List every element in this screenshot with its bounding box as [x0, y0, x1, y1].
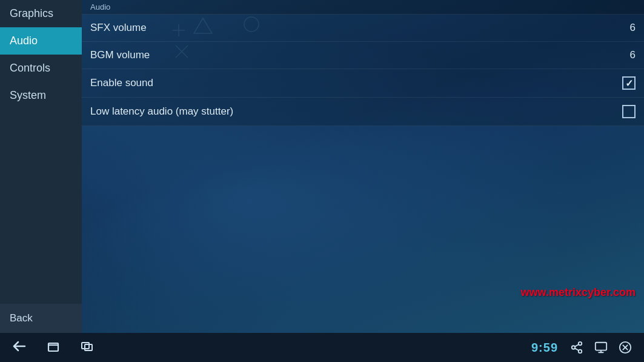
back-nav-icon[interactable] [12, 340, 27, 355]
svg-point-77 [579, 342, 582, 346]
nav-right: 9:59 [531, 341, 632, 355]
nav-action-icons [570, 341, 632, 354]
content-area: Audio SFX volume 6 BGM volume 6 Enable s… [82, 0, 644, 333]
section-header-label: Audio [90, 2, 110, 12]
enable-sound-label: Enable sound [90, 77, 153, 89]
watermark: www.metrixcyber.com [521, 286, 636, 299]
nav-bar: 9:59 [0, 333, 644, 362]
sidebar-graphics-label: Graphics [10, 7, 53, 19]
sidebar-spacer [0, 109, 82, 304]
bgm-volume-row[interactable]: BGM volume 6 [82, 42, 644, 69]
sidebar-system-label: System [10, 89, 46, 101]
low-latency-label: Low latency audio (may stutter) [90, 106, 233, 118]
bgm-volume-label: BGM volume [90, 49, 150, 61]
sidebar-audio-label: Audio [10, 35, 38, 47]
sfx-volume-label: SFX volume [90, 22, 147, 34]
sidebar-item-graphics[interactable]: Graphics [0, 0, 82, 27]
enable-sound-row[interactable]: Enable sound [82, 69, 644, 98]
nav-icons-left [12, 340, 95, 355]
svg-rect-82 [596, 343, 606, 350]
enable-sound-checkbox[interactable] [622, 76, 636, 90]
main-area: Graphics Audio Controls System Back [0, 0, 644, 333]
watermark-text: www.metrixcyber.com [521, 286, 636, 298]
home-nav-icon[interactable] [46, 340, 61, 355]
share-icon[interactable] [570, 341, 583, 354]
settings-panel: Audio SFX volume 6 BGM volume 6 Enable s… [82, 0, 644, 333]
svg-line-80 [575, 348, 579, 350]
sidebar-item-system[interactable]: System [0, 82, 82, 109]
sfx-volume-value: 6 [621, 22, 636, 34]
back-button[interactable]: Back [0, 304, 82, 333]
svg-line-81 [575, 344, 579, 347]
section-header: Audio [82, 0, 644, 15]
recents-nav-icon[interactable] [80, 340, 95, 355]
sidebar-controls-label: Controls [10, 62, 50, 74]
back-label: Back [10, 312, 33, 324]
sidebar-item-audio[interactable]: Audio [0, 27, 82, 55]
display-icon[interactable] [594, 341, 608, 354]
bgm-volume-value: 6 [621, 49, 636, 61]
nav-time: 9:59 [531, 341, 558, 355]
sidebar-item-controls[interactable]: Controls [0, 55, 82, 82]
low-latency-row[interactable]: Low latency audio (may stutter) [82, 98, 644, 126]
close-icon[interactable] [619, 341, 632, 354]
svg-point-78 [572, 346, 576, 349]
sfx-volume-row[interactable]: SFX volume 6 [82, 15, 644, 42]
low-latency-checkbox[interactable] [622, 105, 636, 118]
sidebar: Graphics Audio Controls System Back [0, 0, 82, 333]
svg-point-79 [579, 350, 582, 354]
